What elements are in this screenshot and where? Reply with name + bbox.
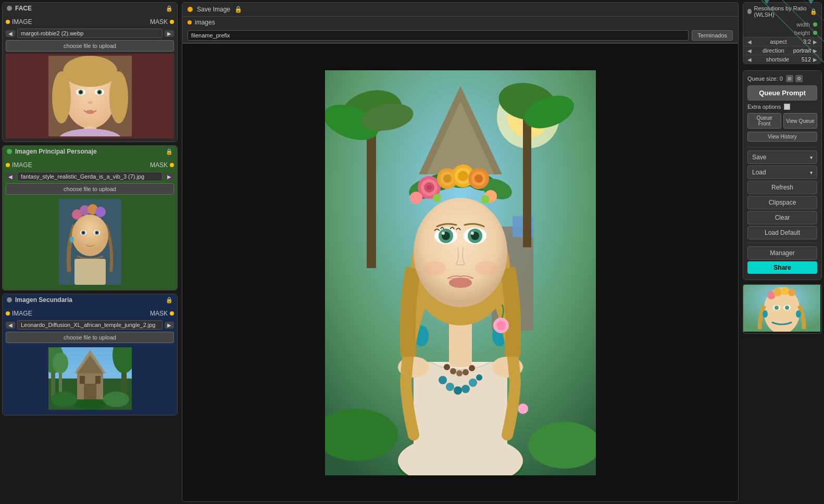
svg-rect-42 xyxy=(80,376,85,384)
face-upload-btn[interactable]: choose file to upload xyxy=(6,40,174,52)
resolutions-dot xyxy=(747,9,752,14)
refresh-btn[interactable]: Refresh xyxy=(747,181,817,194)
imagen-principal-img-label: IMAGE xyxy=(12,161,32,169)
imagen-secundaria-image-area xyxy=(6,345,174,412)
clear-btn[interactable]: Clear xyxy=(747,211,817,224)
imagen-secundaria-mask-dot xyxy=(170,311,174,316)
svg-point-79 xyxy=(461,385,470,393)
terminados-btn[interactable]: Terminados xyxy=(692,30,733,41)
imagen-principal-thumbnail xyxy=(59,199,121,285)
imagen-principal-next-btn[interactable]: ▶ xyxy=(165,173,174,180)
load-chevron-icon: ▾ xyxy=(810,170,813,175)
filename-prefix-input[interactable] xyxy=(188,30,689,41)
resolutions-direction-next-btn[interactable]: ▶ xyxy=(811,48,819,54)
svg-point-76 xyxy=(439,376,447,384)
resolutions-height-connector xyxy=(813,31,817,35)
svg-point-20 xyxy=(95,207,106,217)
face-node-lock-icon: 🔒 xyxy=(166,5,173,12)
imagen-secundaria-status-dot xyxy=(7,297,12,303)
imagen-secundaria-title: Imagen Secundaria xyxy=(15,296,72,304)
queue-prompt-btn[interactable]: Queue Prompt xyxy=(747,85,817,100)
queue-front-btn[interactable]: Queue Front xyxy=(747,113,781,129)
face-node-title: FACE xyxy=(15,5,32,12)
resolutions-lock-icon: 🔒 xyxy=(810,8,817,15)
svg-point-120 xyxy=(496,321,506,330)
imagen-secundaria-prev-btn[interactable]: ◀ xyxy=(6,322,15,329)
queue-icon-2[interactable]: ⚙ xyxy=(795,75,803,82)
face-node: FACE 🔒 IMAGE MASK ◀ margot- xyxy=(2,2,178,142)
manager-btn[interactable]: Manager xyxy=(747,246,817,260)
face-node-body: IMAGE MASK ◀ margot-robbie2 (2).webp ▶ c… xyxy=(3,14,177,142)
resolutions-shortside-row: ◀ shortside 512 ▶ xyxy=(743,55,821,64)
imagen-principal-filename: fantasy_style_realistic_Gerda_is_a_vib_3… xyxy=(17,172,163,181)
resolutions-direction-label: direction xyxy=(754,47,793,54)
face-mask-dot xyxy=(170,20,174,24)
resolutions-shortside-value: 512 xyxy=(802,56,811,62)
load-btn[interactable]: Load ▾ xyxy=(747,166,817,179)
save-btn-label: Save xyxy=(752,154,766,161)
divider-2 xyxy=(747,243,817,243)
main-image-area xyxy=(182,43,739,502)
resolutions-aspect-next-btn[interactable]: ▶ xyxy=(811,39,819,45)
svg-point-8 xyxy=(79,91,82,94)
view-queue-btn[interactable]: View Queue xyxy=(783,113,817,129)
svg-point-37 xyxy=(53,352,68,373)
extra-options-checkbox[interactable] xyxy=(784,104,790,110)
svg-point-95 xyxy=(471,232,474,235)
imagen-secundaria-next-btn[interactable]: ▶ xyxy=(165,322,174,329)
load-default-btn[interactable]: Load Default xyxy=(747,226,817,240)
face-image-label: IMAGE xyxy=(12,18,32,26)
svg-point-128 xyxy=(775,306,779,310)
resolutions-shortside-prev-btn[interactable]: ◀ xyxy=(745,57,754,62)
svg-point-124 xyxy=(773,288,782,296)
resolutions-width-connector xyxy=(813,22,817,27)
resolutions-node: Resolutions by Ratio (WLSH) 🔒 width heig… xyxy=(743,2,822,64)
save-image-dot xyxy=(188,7,193,12)
svg-rect-43 xyxy=(95,376,101,384)
svg-point-74 xyxy=(463,369,469,375)
svg-point-28 xyxy=(70,236,74,243)
svg-point-118 xyxy=(481,195,490,204)
resolutions-direction-prev-btn[interactable]: ◀ xyxy=(745,48,754,54)
resolutions-aspect-row: ◀ aspect 3:2 ▶ xyxy=(743,37,821,46)
view-history-btn[interactable]: View History xyxy=(747,132,817,142)
imagen-secundaria-upload-btn[interactable]: choose file to upload xyxy=(6,332,174,343)
extra-options-label: Extra options xyxy=(747,104,781,110)
imagen-principal-lock-icon: 🔒 xyxy=(166,148,173,155)
svg-point-71 xyxy=(444,364,450,370)
save-btn[interactable]: Save ▾ xyxy=(747,150,817,164)
resolutions-aspect-prev-btn[interactable]: ◀ xyxy=(745,39,754,45)
images-row: images xyxy=(182,17,739,28)
svg-point-125 xyxy=(781,287,789,295)
face-next-btn[interactable]: ▶ xyxy=(165,30,174,37)
resolutions-width-row: width xyxy=(743,20,821,29)
queue-size-label: Queue size: 0 xyxy=(747,75,783,82)
clipspace-btn[interactable]: Clipspace xyxy=(747,196,817,209)
right-panel: Resolutions by Ratio (WLSH) 🔒 width heig… xyxy=(741,0,824,504)
svg-point-72 xyxy=(450,368,456,374)
face-image-connector: IMAGE xyxy=(6,18,32,26)
share-btn[interactable]: Share xyxy=(747,261,817,274)
svg-point-65 xyxy=(518,404,528,414)
face-node-header: FACE 🔒 xyxy=(3,3,177,14)
save-image-lock-icon: 🔒 xyxy=(234,6,242,13)
face-image-dot xyxy=(6,20,10,24)
imagen-secundaria-lock-icon: 🔒 xyxy=(166,297,173,304)
svg-rect-67 xyxy=(414,362,507,475)
face-image-row: IMAGE MASK xyxy=(6,17,174,27)
queue-icon-1[interactable]: ⊞ xyxy=(786,75,793,82)
imagen-principal-prev-btn[interactable]: ◀ xyxy=(6,173,15,180)
svg-point-117 xyxy=(433,194,441,202)
svg-point-21 xyxy=(72,215,108,256)
imagen-principal-header: Imagen Principal Personaje 🔒 xyxy=(3,146,177,157)
svg-point-13 xyxy=(86,110,94,114)
svg-point-4 xyxy=(52,71,71,123)
resolutions-direction-value: portrait xyxy=(793,47,811,54)
face-prev-btn[interactable]: ◀ xyxy=(6,30,15,37)
imagen-secundaria-node: Imagen Secundaria 🔒 IMAGE MASK ◀ xyxy=(2,294,178,415)
resolutions-shortside-next-btn[interactable]: ▶ xyxy=(811,57,819,62)
imagen-principal-img-dot xyxy=(6,163,10,167)
images-label: images xyxy=(195,19,215,26)
queue-front-view-row: Queue Front View Queue xyxy=(747,113,817,129)
imagen-principal-upload-btn[interactable]: choose file to upload xyxy=(6,183,174,195)
